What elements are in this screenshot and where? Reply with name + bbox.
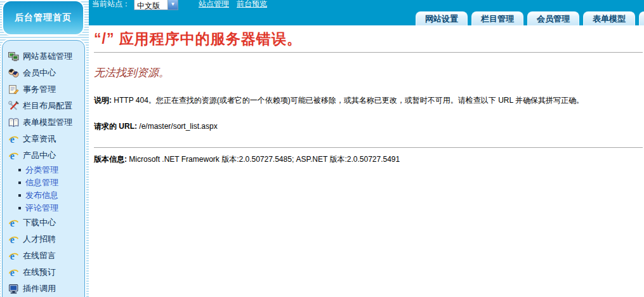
site-controls: 当前站点： 中文版 ▼ 站点管理 前台预览 xyxy=(89,0,267,11)
sidebar-item-label: 分类管理 xyxy=(25,164,58,176)
ie-icon: e xyxy=(8,251,19,261)
current-site-label: 当前站点： xyxy=(92,0,130,10)
svg-text:e: e xyxy=(10,150,15,161)
sidebar: 网站基础管理会员中心事务管理栏目布局配置表单模型管理e文章资讯e产品中心分类管理… xyxy=(2,40,85,297)
sidebar-item-article-news[interactable]: e文章资讯 xyxy=(3,131,84,147)
sidebar-item-label: 在线留言 xyxy=(23,250,56,261)
monitor-icon xyxy=(8,284,19,294)
svg-text:e: e xyxy=(10,218,15,228)
sidebar-item-online-booking[interactable]: e在线预订 xyxy=(3,264,84,280)
sidebar-item-label: 发布信息 xyxy=(25,190,58,201)
sidebar-item-label: 表单模型管理 xyxy=(23,117,72,128)
error-title: “/” 应用程序中的服务器错误。 xyxy=(94,29,643,49)
description-label: 说明: xyxy=(94,96,112,105)
sidebar-item-label: 在线预订 xyxy=(23,267,56,278)
bullet-icon xyxy=(18,194,21,197)
tab-partial[interactable] xyxy=(639,11,644,25)
sidebar-item-plugin-call[interactable]: 插件调用 xyxy=(3,280,84,297)
svg-text:e: e xyxy=(10,234,15,245)
requested-url-line: 请求的 URL: /e/master/sort_list.aspx xyxy=(94,121,643,132)
sidebar-item-product-center[interactable]: e产品中心 xyxy=(3,147,84,164)
ie-icon: e xyxy=(8,150,19,161)
link-site-manage[interactable]: 站点管理 xyxy=(199,0,229,10)
sidebar-item-site-basic-manage[interactable]: 网站基础管理 xyxy=(3,48,84,65)
svg-text:e: e xyxy=(10,251,15,261)
ie-icon: e xyxy=(8,218,19,228)
sidebar-item-download-center[interactable]: e下载中心 xyxy=(3,214,84,231)
sidebar-item-label: 事务管理 xyxy=(23,84,56,95)
error-description-line: 说明: HTTP 404。您正在查找的资源(或者它的一个依赖项)可能已被移除，或… xyxy=(94,95,643,106)
sidebar-item-label: 人才招聘 xyxy=(23,234,56,245)
app-window: { "home_button": { "label": "后台管理首页" }, … xyxy=(0,0,644,297)
bullet-icon xyxy=(18,182,21,184)
svg-text:e: e xyxy=(10,267,15,278)
left-rail: 后台管理首页 网站基础管理会员中心事务管理栏目布局配置表单模型管理e文章资讯e产… xyxy=(0,0,89,297)
site-select[interactable]: 中文版 ▼ xyxy=(134,0,178,10)
document-edit-icon xyxy=(8,84,19,95)
sidebar-item-label: 会员中心 xyxy=(23,67,56,79)
sidebar-item-info-manage[interactable]: 信息管理 xyxy=(3,176,84,189)
sidebar-item-affairs-manage[interactable]: 事务管理 xyxy=(3,81,84,98)
ie-icon: e xyxy=(8,267,19,278)
sidebar-item-label: 栏目布局配置 xyxy=(23,100,72,112)
site-select-value: 中文版 xyxy=(135,0,168,10)
tab-site-settings[interactable]: 网站设置 xyxy=(416,11,468,25)
sidebar-item-label: 文章资讯 xyxy=(23,133,56,145)
divider-bottom xyxy=(94,147,643,148)
chevron-down-icon[interactable]: ▼ xyxy=(168,0,178,10)
divider-top xyxy=(94,52,643,53)
sidebar-item-label: 下载中心 xyxy=(23,217,56,228)
sidebar-item-form-model-manage[interactable]: 表单模型管理 xyxy=(3,114,84,131)
ie-icon: e xyxy=(8,234,19,245)
version-info-value: Microsoft .NET Framework 版本:2.0.50727.54… xyxy=(127,155,400,164)
version-info-label: 版本信息: xyxy=(94,155,127,164)
sidebar-item-recruitment[interactable]: e人才招聘 xyxy=(3,231,84,248)
sidebar-item-category-manage[interactable]: 分类管理 xyxy=(3,164,84,176)
tab-form-model[interactable]: 表单模型 xyxy=(583,11,635,25)
sidebar-item-online-message[interactable]: e在线留言 xyxy=(3,248,84,264)
link-front-preview[interactable]: 前台预览 xyxy=(237,0,267,10)
sidebar-item-comment-manage[interactable]: 评论管理 xyxy=(3,202,84,214)
tools-icon xyxy=(8,101,19,112)
computers-icon xyxy=(8,51,19,62)
sidebar-menu: 网站基础管理会员中心事务管理栏目布局配置表单模型管理e文章资讯e产品中心分类管理… xyxy=(3,48,84,297)
sidebar-item-label: 产品中心 xyxy=(23,150,56,161)
sidebar-item-member-center[interactable]: 会员中心 xyxy=(3,65,84,81)
tab-bar: 网站设置栏目管理会员管理表单模型 xyxy=(416,11,644,25)
members-icon xyxy=(8,68,19,79)
svg-text:e: e xyxy=(10,134,15,145)
error-page: “/” 应用程序中的服务器错误。 无法找到资源。 说明: HTTP 404。您正… xyxy=(89,25,644,297)
top-bar: 当前站点： 中文版 ▼ 站点管理 前台预览 网站设置栏目管理会员管理表单模型 xyxy=(89,0,644,25)
error-subtitle: 无法找到资源。 xyxy=(94,65,643,80)
home-button[interactable]: 后台管理首页 xyxy=(2,0,84,36)
sidebar-item-label: 插件调用 xyxy=(23,283,56,294)
sidebar-item-column-layout[interactable]: 栏目布局配置 xyxy=(3,98,84,114)
sidebar-item-publish-info[interactable]: 发布信息 xyxy=(3,189,84,202)
ie-icon: e xyxy=(8,134,19,145)
requested-url-label: 请求的 URL: xyxy=(94,122,137,131)
version-info-line: 版本信息: Microsoft .NET Framework 版本:2.0.50… xyxy=(94,154,643,165)
tab-column-manage[interactable]: 栏目管理 xyxy=(471,11,523,25)
requested-url-value: /e/master/sort_list.aspx xyxy=(137,122,218,131)
tab-member-manage[interactable]: 会员管理 xyxy=(527,11,579,25)
bullet-icon xyxy=(18,207,21,209)
sidebar-item-label: 网站基础管理 xyxy=(23,51,72,62)
sidebar-item-label: 评论管理 xyxy=(25,202,58,214)
description-text: HTTP 404。您正在查找的资源(或者它的一个依赖项)可能已被移除，或其名称已… xyxy=(112,96,584,105)
book-icon xyxy=(8,117,19,128)
bullet-icon xyxy=(18,169,21,171)
sidebar-item-label: 信息管理 xyxy=(25,177,58,188)
